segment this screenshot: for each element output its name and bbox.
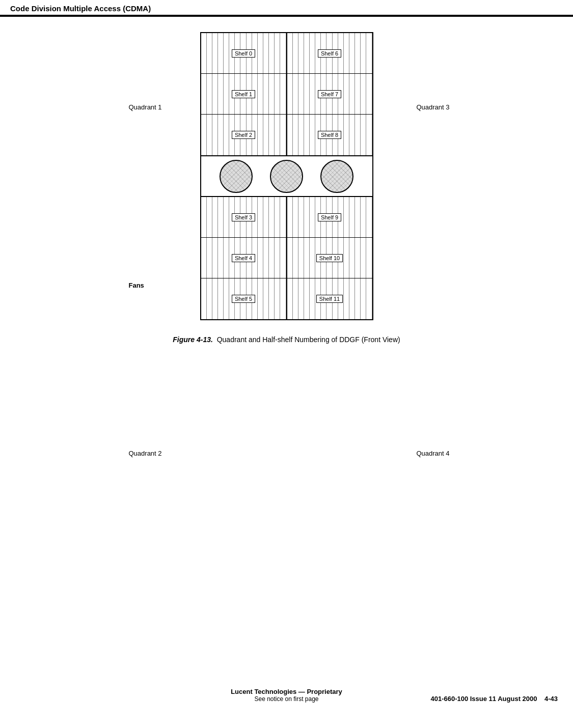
shelf-10-unit: Shelf 10 [287,238,372,278]
fan-1 [220,160,253,193]
shelf-11-label: Shelf 11 [316,295,343,303]
cabinet: Shelf 0 Shelf 1 [200,32,373,320]
fans-section [201,156,372,197]
fan-3 [320,160,353,193]
shelf-8-unit: Shelf 8 [287,115,372,155]
shelf-11-unit: Shelf 11 [287,278,372,319]
shelf-9-label: Shelf 9 [318,213,341,221]
bottom-right-half: Shelf 9 Shelf 10 [287,197,372,319]
shelf-1-label: Shelf 1 [232,90,255,98]
figure-caption: Figure 4-13. Quadrant and Half-shelf Num… [173,335,400,344]
footer-page-ref: 401-660-100 Issue 11 August 2000 4-43 [430,695,558,703]
fan-2 [270,160,303,193]
shelf-10-label: Shelf 10 [316,254,343,262]
shelf-6-unit: Shelf 6 [287,33,372,74]
bottom-section: Shelf 3 Shelf 4 [201,197,372,319]
shelf-1-unit: Shelf 1 [201,74,286,115]
footer-notice: See notice on first page [254,695,318,703]
shelf-3-unit: Shelf 3 [201,197,286,238]
footer-company: Lucent Technologies — Proprietary [231,688,342,695]
top-left-half: Shelf 0 Shelf 1 [201,33,287,155]
figure-number: Figure 4-13. [173,335,213,344]
shelf-4-label: Shelf 4 [232,254,255,262]
shelf-2-unit: Shelf 2 [201,115,286,155]
fans-label: Fans [129,282,144,289]
shelf-7-label: Shelf 7 [318,90,341,98]
quadrant-1-label: Quadrant 1 [129,103,162,111]
main-content: Quadrant 1 Quadrant 2 Quadrant 3 Quadran… [0,17,573,359]
shelf-4-unit: Shelf 4 [201,238,286,278]
shelf-0-unit: Shelf 0 [201,33,286,74]
quadrant-2-label: Quadrant 2 [129,450,162,457]
diagram-area: Quadrant 1 Quadrant 2 Quadrant 3 Quadran… [108,32,465,320]
shelf-9-unit: Shelf 9 [287,197,372,238]
shelf-0-label: Shelf 0 [232,49,255,58]
bottom-left-half: Shelf 3 Shelf 4 [201,197,287,319]
shelf-3-label: Shelf 3 [232,213,255,221]
footer-ref-text: 401-660-100 Issue 11 August 2000 [430,695,537,703]
top-right-half: Shelf 6 Shelf 7 [287,33,372,155]
top-section: Shelf 0 Shelf 1 [201,33,372,156]
shelf-6-label: Shelf 6 [318,49,341,58]
footer-page-num: 4-43 [544,695,558,703]
page-header: Code Division Multiple Access (CDMA) [0,0,573,17]
header-title: Code Division Multiple Access (CDMA) [10,4,151,13]
figure-text: Quadrant and Half-shelf Numbering of DDG… [217,335,400,344]
quadrant-4-label: Quadrant 4 [416,450,449,457]
quadrant-3-label: Quadrant 3 [416,103,449,111]
shelf-5-label: Shelf 5 [232,295,255,303]
shelf-2-label: Shelf 2 [232,131,255,139]
shelf-8-label: Shelf 8 [318,131,341,139]
shelf-7-unit: Shelf 7 [287,74,372,115]
shelf-5-unit: Shelf 5 [201,278,286,319]
